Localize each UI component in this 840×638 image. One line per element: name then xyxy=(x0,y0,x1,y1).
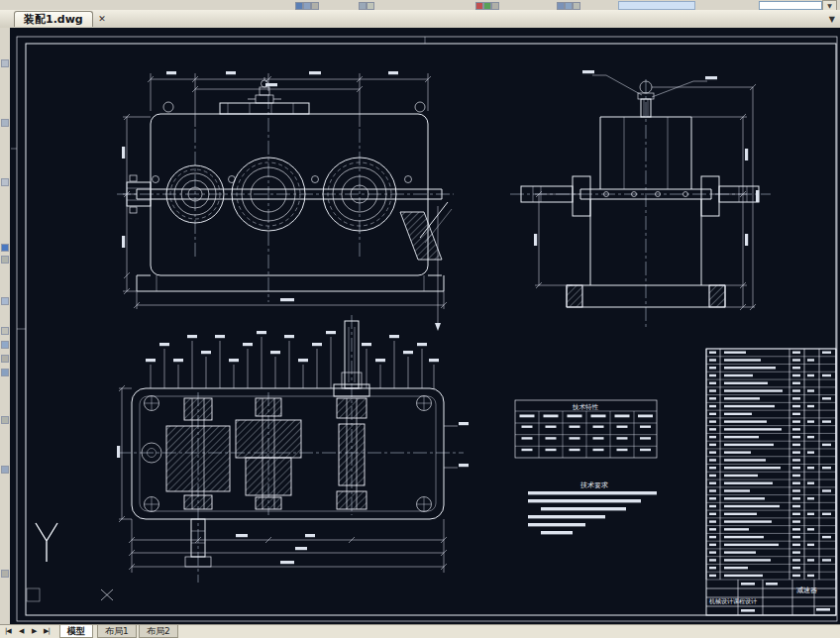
toolbar-icon[interactable] xyxy=(1,297,9,305)
toolbar-icon[interactable] xyxy=(359,2,367,10)
intermediate-shaft-plan xyxy=(236,398,301,509)
toolbar-icon[interactable] xyxy=(1,341,9,349)
toolbar-icon[interactable] xyxy=(1,256,9,264)
toolbar-icon[interactable] xyxy=(1,244,9,252)
toolbar-icon[interactable] xyxy=(295,2,303,10)
next-sheet-button[interactable]: ▶ xyxy=(32,627,36,635)
toolbar-icon[interactable] xyxy=(1,570,9,578)
tech-spec-title: 技术特性 xyxy=(572,403,599,411)
title-block-project: 机械设计课程设计 xyxy=(709,597,757,604)
document-tab[interactable]: 装配1.dwg xyxy=(14,11,93,27)
toolbar-combobox[interactable] xyxy=(759,1,822,10)
prev-sheet-button[interactable]: ◀ xyxy=(19,627,23,635)
tech-spec-table: 技术特性 xyxy=(515,400,657,458)
toolbar-icon[interactable] xyxy=(367,2,374,10)
document-tab-bar: 装配1.dwg ✕ ▼ xyxy=(0,10,840,29)
last-sheet-button[interactable]: ▶| xyxy=(44,627,50,635)
toolbar-icon[interactable] xyxy=(1,355,9,363)
lifting-lug xyxy=(163,102,173,112)
toolbar-icon[interactable] xyxy=(1,178,9,186)
title-block-part-name: 减速器 xyxy=(796,586,817,594)
toolbar-icon[interactable] xyxy=(303,2,311,10)
ucs-icon xyxy=(36,523,57,562)
cad-drawing: 机械设计课程设计 减速器 技术特性 技术要求 xyxy=(10,28,840,624)
toolbar-icon-red[interactable] xyxy=(475,2,483,10)
lifting-lug xyxy=(415,102,425,112)
toolbar-icon[interactable] xyxy=(573,2,580,10)
parts-list-table: 机械设计课程设计 减速器 xyxy=(706,349,836,615)
toolbar-icon[interactable] xyxy=(491,2,499,10)
toolbar-icon-green[interactable] xyxy=(483,2,491,10)
front-view xyxy=(127,77,452,331)
toolbar-icon[interactable] xyxy=(557,2,565,10)
status-bar: |◀ ◀ ▶ ▶| 模型 布局1 布局2 xyxy=(0,624,840,638)
toolbar-icon[interactable] xyxy=(565,2,573,10)
section-view xyxy=(132,321,444,567)
toolbar-icon[interactable] xyxy=(1,59,9,67)
toolbar-icon[interactable] xyxy=(1,466,9,474)
tab-list-dropdown-icon[interactable]: ▼ xyxy=(829,15,835,24)
tab-layout1[interactable]: 布局1 xyxy=(97,625,137,638)
tech-req-title: 技术要求 xyxy=(579,481,608,489)
tab-model[interactable]: 模型 xyxy=(59,625,93,638)
oil-dipstick xyxy=(400,202,452,260)
title-block: 机械设计课程设计 减速器 xyxy=(709,586,817,604)
tab-layout2[interactable]: 布局2 xyxy=(139,625,178,638)
toolbar-docked-panel xyxy=(618,1,695,10)
toolbar-icon[interactable] xyxy=(1,327,9,335)
crosshair-cursor xyxy=(101,589,113,600)
toolbar-icon[interactable] xyxy=(1,416,9,424)
model-space-canvas[interactable]: 机械设计课程设计 减速器 技术特性 技术要求 xyxy=(10,28,840,624)
tech-requirements-note: 技术要求 xyxy=(528,481,657,534)
toolbar-icon[interactable] xyxy=(1,119,9,127)
output-shaft-side xyxy=(701,176,759,216)
toolbar-icon[interactable] xyxy=(1,369,9,376)
first-sheet-button[interactable]: |◀ xyxy=(5,627,11,635)
tab-close-icon[interactable]: ✕ xyxy=(96,13,108,25)
toolbar-icon[interactable] xyxy=(311,2,319,10)
